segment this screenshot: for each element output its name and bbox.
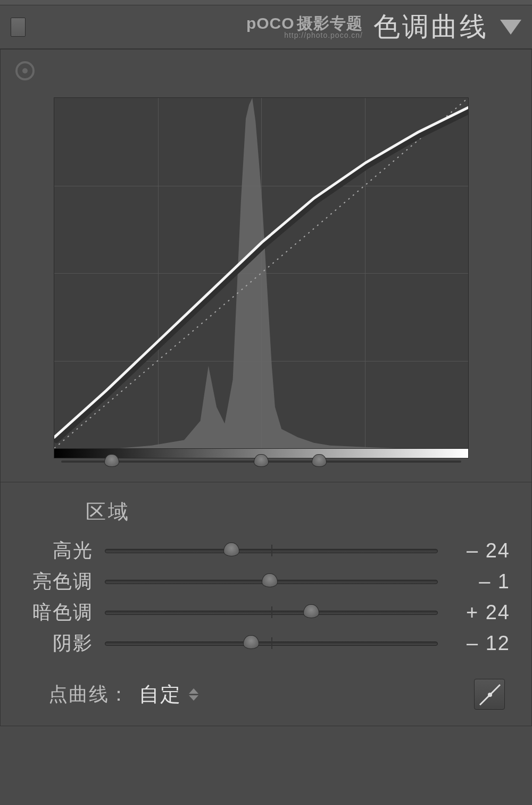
watermark-url: http://photo.poco.cn/	[246, 31, 363, 39]
slider-value: + 24	[446, 601, 510, 624]
panel-header: pOCO 摄影专题 http://photo.poco.cn/ 色调曲线	[0, 5, 532, 49]
point-curve-stepper[interactable]	[189, 688, 198, 701]
svg-point-2	[488, 693, 492, 697]
slider-row: 暗色调+ 24	[22, 597, 510, 628]
slider-track[interactable]	[105, 573, 438, 589]
slider-track[interactable]	[105, 604, 438, 620]
panel-title: 色调曲线	[373, 9, 488, 45]
curve-area	[1, 50, 531, 482]
slider-row: 阴影– 12	[22, 628, 510, 659]
collapse-icon[interactable]	[500, 20, 521, 35]
region-sliders-section: 区域 高光– 24亮色调– 1暗色调+ 24阴影– 12 点曲线： 自定	[1, 482, 531, 726]
slider-value: – 1	[446, 570, 510, 593]
slider-track[interactable]	[105, 635, 438, 651]
slider-label: 阴影	[22, 630, 96, 656]
slider-knob[interactable]	[262, 573, 278, 587]
curve-graph[interactable]	[54, 97, 469, 449]
point-curve-row: 点曲线： 自定	[22, 679, 510, 710]
slider-label: 高光	[22, 538, 96, 564]
slider-value: – 24	[446, 539, 510, 562]
slider-label: 暗色调	[22, 599, 96, 626]
point-curve-value[interactable]: 自定	[139, 681, 181, 708]
slider-knob[interactable]	[243, 635, 259, 649]
point-curve-label: 点曲线：	[48, 681, 129, 708]
slider-track[interactable]	[105, 543, 438, 558]
region-split-knob[interactable]	[254, 454, 269, 467]
watermark-tag: 摄影专题	[297, 14, 363, 32]
slider-knob[interactable]	[223, 543, 239, 556]
chevron-down-icon[interactable]	[189, 695, 198, 701]
watermark-brand: pOCO	[246, 14, 295, 32]
region-section-label: 区域	[86, 498, 510, 525]
region-split-track	[54, 456, 469, 471]
targeted-adjust-icon[interactable]	[15, 61, 35, 80]
region-split-knob[interactable]	[104, 454, 119, 467]
slider-row: 高光– 24	[22, 535, 510, 566]
slider-knob[interactable]	[303, 604, 319, 618]
tone-curve-panel: 区域 高光– 24亮色调– 1暗色调+ 24阴影– 12 点曲线： 自定	[0, 49, 532, 726]
slider-label: 亮色调	[22, 569, 96, 595]
slider-value: – 12	[446, 632, 510, 655]
slider-row: 亮色调– 1	[22, 566, 510, 597]
chevron-up-icon[interactable]	[189, 688, 198, 694]
region-split-knob[interactable]	[312, 454, 327, 467]
watermark: pOCO 摄影专题 http://photo.poco.cn/	[246, 15, 363, 39]
panel-enable-switch[interactable]	[11, 18, 26, 37]
point-curve-mode-button[interactable]	[474, 679, 505, 710]
